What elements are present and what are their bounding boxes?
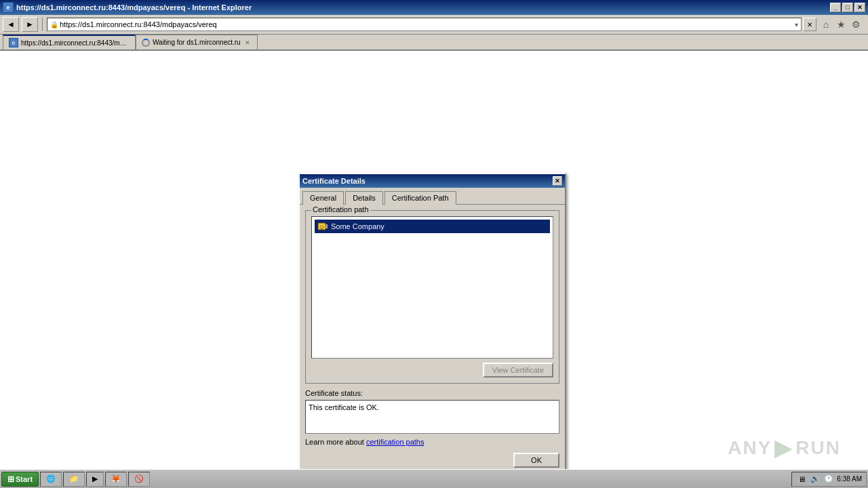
stop-loading-button[interactable]: ✕ xyxy=(803,18,816,31)
dialog-title: Certificate Details xyxy=(302,177,366,185)
address-bar-container: 🔒 https://ds1.mirconnect.ru:8443/mdpayac… xyxy=(47,18,816,31)
ie-toolbar-right: ⌂ ★ ⚙ xyxy=(819,18,865,31)
tray-volume-icon: 🔊 xyxy=(810,474,821,485)
ok-btn-row: OK xyxy=(305,450,559,470)
learn-more-text: Learn more about xyxy=(305,438,366,446)
tab-certification-path[interactable]: Certification Path xyxy=(384,191,456,205)
start-label: Start xyxy=(16,475,33,483)
tray-network-icon: 🖥 xyxy=(796,474,807,485)
tab-details[interactable]: Details xyxy=(345,191,383,205)
certificate-details-dialog: Certificate Details ✕ General Details Ce… xyxy=(298,173,566,477)
dropdown-icon[interactable]: ▾ xyxy=(795,21,798,28)
ok-button[interactable]: OK xyxy=(513,453,559,468)
cert-path-group-label: Certification path xyxy=(311,205,370,214)
taskbar-ie-icon: 🌐 xyxy=(46,474,56,483)
browser-window: e https://ds1.mirconnect.ru:8443/mdpayac… xyxy=(0,0,868,488)
dialog-title-bar: Certificate Details ✕ xyxy=(300,174,565,188)
address-icon: 🔒 xyxy=(50,21,58,28)
minimize-button[interactable]: _ xyxy=(830,3,841,12)
cert-status-box: This certificate is OK. xyxy=(305,400,559,434)
tab-general[interactable]: General xyxy=(302,191,344,205)
taskbar-time: 6:38 AM xyxy=(837,475,862,483)
restore-button[interactable]: □ xyxy=(842,3,853,12)
title-bar: e https://ds1.mirconnect.ru:8443/mdpayac… xyxy=(0,0,868,15)
cert-path-tree[interactable]: Some Company xyxy=(311,216,553,359)
cert-status-section: Certificate status: This certificate is … xyxy=(305,389,559,434)
tab-waiting[interactable]: Waiting for ds1.mirconnect.ru ✕ xyxy=(136,35,258,49)
taskbar-error-icon: 🚫 xyxy=(134,474,144,483)
close-button[interactable]: ✕ xyxy=(854,3,865,12)
cert-status-label: Certificate status: xyxy=(305,389,559,397)
taskbar-tray: 🖥 🔊 🕐 6:38 AM xyxy=(791,472,867,487)
tab-close-button[interactable]: ✕ xyxy=(243,39,252,47)
title-bar-text: e https://ds1.mirconnect.ru:8443/mdpayac… xyxy=(3,2,252,13)
browser-toolbar: ◄ ► 🔒 https://ds1.mirconnect.ru:8443/mdp… xyxy=(0,15,868,35)
taskbar-ie-item[interactable]: 🌐 xyxy=(40,472,62,487)
browser-content: Certificate Details ✕ General Details Ce… xyxy=(0,51,868,488)
taskbar: ⊞ Start 🌐 📁 ▶ 🦊 🚫 🖥 🔊 🕐 6:38 AM xyxy=(0,469,868,488)
certification-paths-link[interactable]: certification paths xyxy=(366,438,425,446)
dialog-content: Certification path xyxy=(300,205,565,476)
title-bar-buttons: _ □ ✕ xyxy=(830,3,865,12)
favorites-button[interactable]: ★ xyxy=(834,18,848,31)
taskbar-error-item[interactable]: 🚫 xyxy=(128,472,150,487)
ie-icon: e xyxy=(3,2,14,13)
view-certificate-button[interactable]: View Certificate xyxy=(483,363,553,378)
svg-rect-1 xyxy=(319,224,325,229)
certification-path-group: Certification path xyxy=(305,210,559,384)
dialog-overlay: Certificate Details ✕ General Details Ce… xyxy=(0,51,868,488)
taskbar-firefox-item[interactable]: 🦊 xyxy=(105,472,127,487)
learn-more-section: Learn more about certification paths xyxy=(305,438,559,446)
taskbar-media-icon: ▶ xyxy=(92,474,98,483)
address-text: https://ds1.mirconnect.ru:8443/mdpayacs/… xyxy=(60,20,793,28)
taskbar-firefox-icon: 🦊 xyxy=(111,474,121,483)
tab-bar: e https://ds1.mirconnect.ru:8443/mdpayac… xyxy=(0,35,868,51)
taskbar-explorer-icon: 📁 xyxy=(69,474,79,483)
taskbar-media-item[interactable]: ▶ xyxy=(86,472,104,487)
tab-main[interactable]: e https://ds1.mirconnect.ru:8443/mdpayac… xyxy=(3,35,136,49)
tab-main-label: https://ds1.mirconnect.ru:8443/mdpayacs/… xyxy=(21,39,130,47)
start-button[interactable]: ⊞ Start xyxy=(1,472,39,487)
cert-status-text: This certificate is OK. xyxy=(309,403,379,411)
windows-logo: ⊞ xyxy=(7,474,14,484)
cert-path-item[interactable]: Some Company xyxy=(315,220,550,233)
taskbar-items: 🌐 📁 ▶ 🦊 🚫 xyxy=(40,472,790,487)
home-button[interactable]: ⌂ xyxy=(819,18,833,31)
back-button[interactable]: ◄ xyxy=(3,17,19,32)
browser-title: https://ds1.mirconnect.ru:8443/mdpayacs/… xyxy=(16,3,252,12)
nav-bar: ◄ ► 🔒 https://ds1.mirconnect.ru:8443/mdp… xyxy=(0,15,868,34)
nav-separator xyxy=(42,18,43,31)
tray-clock-icon: 🕐 xyxy=(823,474,834,485)
taskbar-explorer-item[interactable]: 📁 xyxy=(63,472,85,487)
tab-waiting-label: Waiting for ds1.mirconnect.ru xyxy=(153,39,241,46)
cert-path-icon xyxy=(317,221,328,232)
dialog-tabs: General Details Certification Path xyxy=(300,188,565,205)
dialog-close-button[interactable]: ✕ xyxy=(553,176,562,186)
tab-loading-spinner xyxy=(142,39,150,47)
forward-button[interactable]: ► xyxy=(22,17,38,32)
svg-rect-3 xyxy=(321,228,323,230)
tab-ie-icon: e xyxy=(9,38,18,47)
tools-button[interactable]: ⚙ xyxy=(849,18,863,31)
address-bar[interactable]: 🔒 https://ds1.mirconnect.ru:8443/mdpayac… xyxy=(47,18,802,31)
cert-item-label: Some Company xyxy=(331,222,384,230)
